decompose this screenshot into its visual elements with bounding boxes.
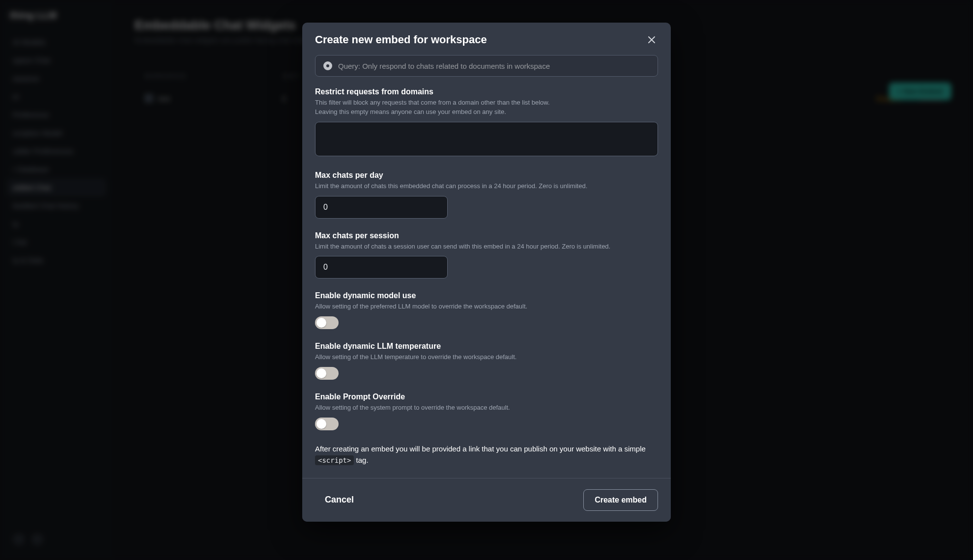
create-embed-modal: Create new embed for workspace Query: On… bbox=[302, 23, 671, 522]
field-label: Max chats per day bbox=[315, 171, 658, 180]
field-desc: Limit the amount of chats a session user… bbox=[315, 242, 658, 252]
modal-title: Create new embed for workspace bbox=[315, 33, 487, 46]
radio-icon bbox=[323, 61, 332, 70]
field-label: Enable dynamic LLM temperature bbox=[315, 342, 658, 351]
radio-label: Query: Only respond to chats related to … bbox=[338, 62, 550, 70]
modal-header: Create new embed for workspace bbox=[302, 23, 671, 55]
dynamic-model-toggle[interactable] bbox=[315, 316, 339, 329]
field-label: Restrict requests from domains bbox=[315, 87, 658, 96]
prompt-override-toggle[interactable] bbox=[315, 418, 339, 430]
max-chats-day-field: Max chats per day Limit the amount of ch… bbox=[315, 171, 658, 219]
modal-footer: Cancel Create embed bbox=[302, 478, 671, 522]
dynamic-temp-toggle[interactable] bbox=[315, 367, 339, 380]
field-label: Max chats per session bbox=[315, 231, 658, 240]
create-embed-button[interactable]: Create embed bbox=[583, 489, 658, 511]
prompt-override-field: Enable Prompt Override Allow setting of … bbox=[315, 392, 658, 430]
field-label: Enable dynamic model use bbox=[315, 291, 658, 300]
chat-mode-query-option[interactable]: Query: Only respond to chats related to … bbox=[315, 55, 658, 77]
max-chats-session-field: Max chats per session Limit the amount o… bbox=[315, 231, 658, 279]
field-desc: Allow setting of the LLM temperature to … bbox=[315, 353, 658, 362]
cancel-button[interactable]: Cancel bbox=[315, 490, 364, 510]
restrict-domains-input[interactable] bbox=[315, 122, 658, 156]
field-desc: This filter will block any requests that… bbox=[315, 98, 658, 117]
max-chats-session-input[interactable] bbox=[315, 256, 448, 279]
dynamic-temp-field: Enable dynamic LLM temperature Allow set… bbox=[315, 342, 658, 380]
max-chats-day-input[interactable] bbox=[315, 196, 448, 219]
after-create-note: After creating an embed you will be prov… bbox=[315, 443, 658, 466]
field-desc: Allow setting of the preferred LLM model… bbox=[315, 302, 658, 311]
field-desc: Allow setting of the system prompt to ov… bbox=[315, 403, 658, 413]
modal-overlay: Create new embed for workspace Query: On… bbox=[0, 0, 973, 560]
restrict-domains-field: Restrict requests from domains This filt… bbox=[315, 87, 658, 158]
dynamic-model-field: Enable dynamic model use Allow setting o… bbox=[315, 291, 658, 329]
field-desc: Limit the amount of chats this embedded … bbox=[315, 182, 658, 191]
field-label: Enable Prompt Override bbox=[315, 392, 658, 401]
close-icon[interactable] bbox=[645, 33, 658, 46]
modal-body: Query: Only respond to chats related to … bbox=[302, 55, 671, 478]
